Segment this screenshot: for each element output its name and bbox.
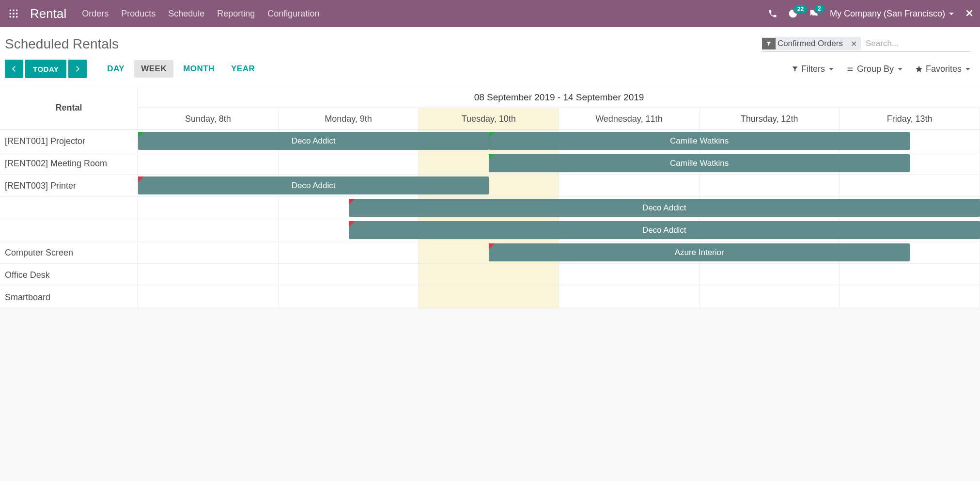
favorites-dropdown[interactable]: Favorites — [915, 64, 970, 74]
groupby-dropdown[interactable]: Group By — [846, 64, 902, 74]
gantt-grid-cell[interactable] — [138, 152, 279, 174]
gantt-grid-row: Deco Addict — [138, 197, 980, 219]
gantt-resource-row[interactable]: [RENT003] Printer — [0, 175, 138, 197]
discuss-badge: 2 — [813, 4, 825, 14]
gantt-day-header[interactable]: Thursday, 12th — [700, 108, 840, 129]
scale-year[interactable]: YEAR — [224, 60, 262, 78]
caret-down-icon — [829, 68, 834, 70]
nav-link-configuration[interactable]: Configuration — [267, 9, 319, 19]
gantt-day-header[interactable]: Friday, 13th — [840, 108, 980, 129]
apps-launcher-icon[interactable] — [6, 6, 21, 21]
gantt-grid-row: Deco Addict — [138, 219, 980, 241]
gantt-grid-cell[interactable] — [138, 197, 279, 219]
svg-rect-7 — [13, 16, 14, 17]
gantt-day-header[interactable]: Wednesday, 11th — [559, 108, 700, 129]
gantt-bar-label: Deco Addict — [292, 181, 336, 191]
gantt-grid-cell[interactable] — [138, 286, 279, 308]
page-title: Scheduled Rentals — [5, 36, 119, 52]
gantt-bar[interactable]: Deco Addict — [349, 221, 980, 239]
gantt-resource-list: [RENT001] Projector[RENT002] Meeting Roo… — [0, 130, 138, 308]
company-selector[interactable]: My Company (San Francisco) — [830, 9, 954, 19]
gantt-grid-cell[interactable] — [700, 175, 840, 196]
scale-selector: DAY WEEK MONTH YEAR — [100, 60, 262, 78]
close-icon[interactable] — [964, 8, 974, 19]
search-bar[interactable]: Confirmed Orders ✕ — [762, 36, 970, 52]
gantt-bar[interactable]: Camille Watkins — [489, 132, 910, 150]
groupby-label: Group By — [857, 64, 894, 74]
date-nav-controls: TODAY DAY WEEK MONTH YEAR — [5, 60, 262, 78]
favorites-label: Favorites — [926, 64, 962, 74]
gantt-grid-cell[interactable] — [279, 286, 419, 308]
gantt-resource-row[interactable]: Computer Screen — [0, 241, 138, 264]
gantt-bar[interactable]: Deco Addict — [138, 176, 489, 194]
company-name: My Company (San Francisco) — [830, 9, 945, 19]
app-brand[interactable]: Rental — [30, 6, 66, 21]
gantt-resource-row[interactable]: Smartboard — [0, 286, 138, 308]
gantt-grid-row — [138, 264, 980, 286]
gantt-resource-row[interactable] — [0, 219, 138, 241]
caret-down-icon — [898, 68, 902, 70]
gantt-grid-cell[interactable] — [138, 219, 279, 241]
caret-down-icon — [949, 13, 954, 15]
gantt-date-range: 08 September 2019 - 14 September 2019 — [138, 87, 980, 108]
gantt-grid-cell[interactable] — [419, 264, 559, 286]
activity-badge: 22 — [793, 4, 808, 14]
remove-filter-icon[interactable]: ✕ — [847, 39, 861, 48]
gantt-grid-cell[interactable] — [840, 175, 980, 196]
caret-down-icon — [965, 68, 970, 70]
gantt-day-header[interactable]: Monday, 9th — [279, 108, 419, 129]
navbar-right: 22 2 My Company (San Francisco) — [768, 8, 974, 19]
scale-day[interactable]: DAY — [100, 60, 131, 78]
gantt-bar-label: Camille Watkins — [670, 159, 729, 168]
scale-month[interactable]: MONTH — [176, 60, 221, 78]
gantt-resource-row[interactable]: [RENT002] Meeting Room — [0, 152, 138, 175]
prev-button[interactable] — [5, 60, 23, 78]
gantt-grid-cell[interactable] — [559, 264, 700, 286]
gantt-grid-cell[interactable] — [138, 264, 279, 286]
gantt-resource-row[interactable] — [0, 197, 138, 219]
nav-link-orders[interactable]: Orders — [82, 9, 109, 19]
gantt-day-header[interactable]: Tuesday, 10th — [419, 108, 559, 129]
gantt-grid-row: Camille Watkins — [138, 152, 980, 175]
gantt-grid-cell[interactable] — [419, 286, 559, 308]
gantt-bar[interactable]: Azure Interior — [489, 243, 910, 261]
gantt-grid-row — [138, 286, 980, 308]
gantt-grid-cell[interactable] — [559, 175, 700, 196]
gantt-bar-label: Camille Watkins — [670, 136, 729, 146]
scale-week[interactable]: WEEK — [134, 60, 173, 78]
gantt-grid-cell[interactable] — [279, 241, 419, 263]
activity-icon[interactable]: 22 — [788, 9, 798, 18]
gantt-bar[interactable]: Deco Addict — [138, 132, 489, 150]
gantt-grid-cell[interactable] — [700, 264, 840, 286]
active-filter-chip: Confirmed Orders ✕ — [762, 37, 861, 50]
gantt-day-header[interactable]: Sunday, 8th — [138, 108, 279, 129]
gantt-row-header-label: Rental — [55, 103, 82, 113]
gantt-grid-row: Deco AddictCamille Watkins — [138, 130, 980, 152]
gantt-bar[interactable]: Camille Watkins — [489, 154, 910, 172]
svg-rect-0 — [10, 10, 11, 11]
gantt-grid-cell[interactable] — [138, 241, 279, 263]
gantt-grid-row: Deco Addict — [138, 175, 980, 197]
next-button[interactable] — [68, 60, 87, 78]
gantt-grid-cell[interactable] — [700, 286, 840, 308]
gantt-grid-cell[interactable] — [840, 264, 980, 286]
gantt-bar[interactable]: Deco Addict — [349, 199, 980, 217]
gantt-row-header-cell: Rental — [0, 87, 138, 128]
nav-link-products[interactable]: Products — [121, 9, 156, 19]
gantt-grid-cell[interactable] — [559, 286, 700, 308]
search-input[interactable] — [864, 36, 970, 51]
filters-dropdown[interactable]: Filters — [792, 64, 834, 74]
nav-link-reporting[interactable]: Reporting — [217, 9, 255, 19]
discuss-icon[interactable]: 2 — [809, 8, 819, 19]
gantt-resource-row[interactable]: Office Desk — [0, 264, 138, 286]
gantt-resource-row[interactable]: [RENT001] Projector — [0, 130, 138, 152]
gantt-grid-cell[interactable] — [840, 286, 980, 308]
phone-icon[interactable] — [768, 9, 778, 18]
gantt-grid-cell[interactable] — [279, 152, 419, 174]
nav-links: Orders Products Schedule Reporting Confi… — [82, 9, 319, 19]
nav-link-schedule[interactable]: Schedule — [168, 9, 204, 19]
today-button[interactable]: TODAY — [25, 60, 66, 78]
svg-rect-5 — [16, 13, 17, 14]
gantt-grid-cell[interactable] — [279, 264, 419, 286]
svg-rect-8 — [16, 16, 17, 17]
